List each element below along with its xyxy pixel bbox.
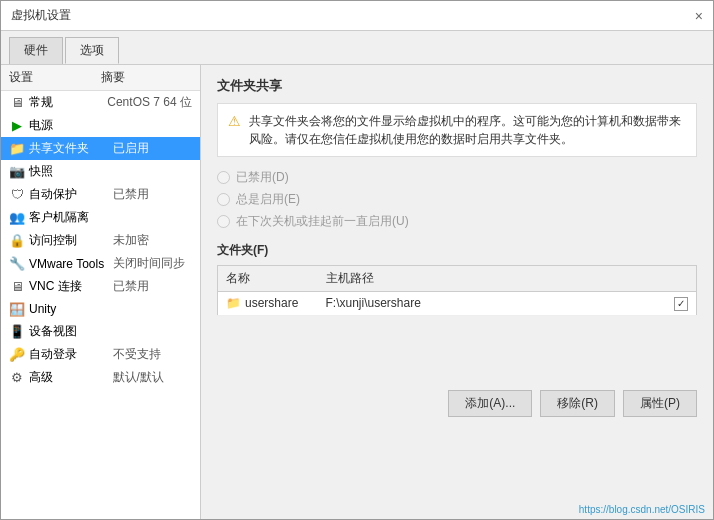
list-item-snapshot[interactable]: 📷快照	[1, 160, 200, 183]
radio-group: 已禁用(D)总是启用(E)在下次关机或挂起前一直启用(U)	[217, 169, 697, 230]
th-name: 名称	[218, 266, 318, 292]
lock-icon: 🔒	[9, 233, 25, 249]
unity-icon: 🪟	[9, 301, 25, 317]
left-panel: 设置 摘要 🖥常规CentOS 7 64 位▶电源📁共享文件夹已启用📷快照🛡自动…	[1, 65, 201, 519]
settings-list: 🖥常规CentOS 7 64 位▶电源📁共享文件夹已启用📷快照🛡自动保护已禁用👥…	[1, 91, 200, 389]
radio-label-always: 总是启用(E)	[236, 191, 300, 208]
item-value-normal: CentOS 7 64 位	[107, 94, 192, 111]
list-item-vmware-tools[interactable]: 🔧VMware Tools关闭时间同步	[1, 252, 200, 275]
list-item-auto-login[interactable]: 🔑自动登录不受支持	[1, 343, 200, 366]
item-label-vnc-access: 访问控制	[29, 232, 109, 249]
devices-icon: 📱	[9, 324, 25, 340]
list-item-auto-protect[interactable]: 🛡自动保护已禁用	[1, 183, 200, 206]
item-value-vnc-access: 未加密	[113, 232, 193, 249]
tab-bar: 硬件选项	[1, 31, 713, 65]
radio-label-disabled: 已禁用(D)	[236, 169, 289, 186]
folder-shared-icon: 📁	[9, 141, 25, 157]
item-label-normal: 常规	[29, 94, 103, 111]
list-item-advanced[interactable]: ⚙高级默认/默认	[1, 366, 200, 389]
warning-icon: ⚠	[228, 113, 241, 129]
item-label-guest-isolation: 客户机隔离	[29, 209, 109, 226]
item-label-snapshot: 快照	[29, 163, 109, 180]
item-label-auto-protect: 自动保护	[29, 186, 109, 203]
folder-table: 名称 主机路径 📁usershareF:\xunji\usershare	[217, 265, 697, 316]
item-label-power: 电源	[29, 117, 109, 134]
item-label-unity: Unity	[29, 302, 109, 316]
button----R-[interactable]: 移除(R)	[540, 390, 615, 417]
tab-硬件[interactable]: 硬件	[9, 37, 63, 64]
row-checkbox[interactable]	[674, 297, 688, 311]
item-value-auto-protect: 已禁用	[113, 186, 193, 203]
isolation-icon: 👥	[9, 210, 25, 226]
radio-input-always[interactable]	[217, 193, 230, 206]
shield-icon: 🛡	[9, 187, 25, 203]
item-label-vnc-connect: VNC 连接	[29, 278, 109, 295]
table-row[interactable]: 📁usershareF:\xunji\usershare	[218, 292, 697, 316]
list-item-guest-isolation[interactable]: 👥客户机隔离	[1, 206, 200, 229]
button----P-[interactable]: 属性(P)	[623, 390, 697, 417]
folder-table-body: 📁usershareF:\xunji\usershare	[218, 292, 697, 316]
item-value-auto-login: 不受支持	[113, 346, 193, 363]
item-value-vnc-connect: 已禁用	[113, 278, 193, 295]
monitor-icon: 🖥	[9, 95, 25, 111]
col-settings: 设置	[9, 69, 101, 86]
list-item-power[interactable]: ▶电源	[1, 114, 200, 137]
item-label-auto-login: 自动登录	[29, 346, 109, 363]
camera-icon: 📷	[9, 164, 25, 180]
col-summary: 摘要	[101, 69, 193, 86]
item-value-shared-folder: 已启用	[113, 140, 193, 157]
radio-label-until_off: 在下次关机或挂起前一直启用(U)	[236, 213, 409, 230]
th-path: 主机路径	[318, 266, 667, 292]
radio-until_off[interactable]: 在下次关机或挂起前一直启用(U)	[217, 213, 697, 230]
cell-check	[666, 292, 697, 316]
cell-name: 📁usershare	[218, 292, 318, 316]
item-label-advanced: 高级	[29, 369, 109, 386]
button----A----[interactable]: 添加(A)...	[448, 390, 532, 417]
radio-input-until_off[interactable]	[217, 215, 230, 228]
watermark: https://blog.csdn.net/OSIRIS	[579, 504, 705, 515]
login-icon: 🔑	[9, 347, 25, 363]
advanced-icon: ⚙	[9, 370, 25, 386]
folder-section: 文件夹(F) 名称 主机路径 📁usershareF:\xunji\usersh…	[217, 242, 697, 417]
item-value-vmware-tools: 关闭时间同步	[113, 255, 193, 272]
list-item-shared-folder[interactable]: 📁共享文件夹已启用	[1, 137, 200, 160]
close-button[interactable]: ×	[695, 8, 703, 24]
section-title: 文件夹共享	[217, 77, 697, 95]
row-name: usershare	[245, 296, 298, 310]
list-item-vnc-connect[interactable]: 🖥VNC 连接已禁用	[1, 275, 200, 298]
folder-section-title: 文件夹(F)	[217, 242, 697, 259]
radio-input-disabled[interactable]	[217, 171, 230, 184]
item-label-device-view: 设备视图	[29, 323, 109, 340]
row-icon: 📁	[226, 296, 241, 310]
th-check	[666, 266, 697, 292]
radio-always[interactable]: 总是启用(E)	[217, 191, 697, 208]
warning-text: 共享文件夹会将您的文件显示给虚拟机中的程序。这可能为您的计算机和数据带来风险。请…	[249, 112, 686, 148]
list-header: 设置 摘要	[1, 65, 200, 91]
list-item-normal[interactable]: 🖥常规CentOS 7 64 位	[1, 91, 200, 114]
main-content: 设置 摘要 🖥常规CentOS 7 64 位▶电源📁共享文件夹已启用📷快照🛡自动…	[1, 65, 713, 519]
list-item-device-view[interactable]: 📱设备视图	[1, 320, 200, 343]
empty-area	[217, 324, 697, 384]
list-item-vnc-access[interactable]: 🔒访问控制未加密	[1, 229, 200, 252]
title-bar: 虚拟机设置 ×	[1, 1, 713, 31]
right-panel: 文件夹共享 ⚠ 共享文件夹会将您的文件显示给虚拟机中的程序。这可能为您的计算机和…	[201, 65, 713, 519]
cell-path: F:\xunji\usershare	[318, 292, 667, 316]
item-label-vmware-tools: VMware Tools	[29, 257, 109, 271]
item-value-advanced: 默认/默认	[113, 369, 193, 386]
table-header-row: 名称 主机路径	[218, 266, 697, 292]
vmware-icon: 🔧	[9, 256, 25, 272]
radio-disabled[interactable]: 已禁用(D)	[217, 169, 697, 186]
warning-box: ⚠ 共享文件夹会将您的文件显示给虚拟机中的程序。这可能为您的计算机和数据带来风险…	[217, 103, 697, 157]
list-item-unity[interactable]: 🪟Unity	[1, 298, 200, 320]
vnc-icon: 🖥	[9, 279, 25, 295]
button-row: 添加(A)...移除(R)属性(P)	[217, 390, 697, 417]
item-label-shared-folder: 共享文件夹	[29, 140, 109, 157]
tab-选项[interactable]: 选项	[65, 37, 119, 64]
window-title: 虚拟机设置	[11, 7, 71, 24]
power-icon: ▶	[9, 118, 25, 134]
main-window: 虚拟机设置 × 硬件选项 设置 摘要 🖥常规CentOS 7 64 位▶电源📁共…	[0, 0, 714, 520]
